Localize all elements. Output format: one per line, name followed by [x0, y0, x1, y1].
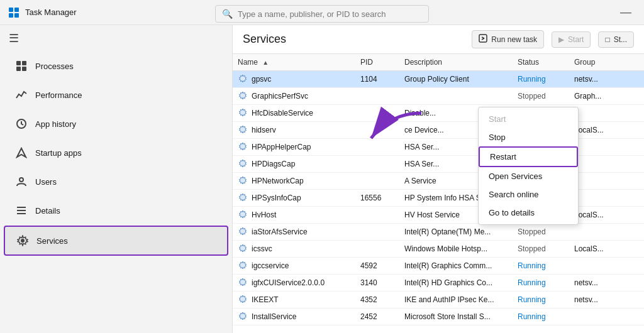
service-pid: 16556	[355, 190, 399, 207]
sidebar-item-services[interactable]: Services	[4, 226, 228, 256]
service-group	[569, 224, 644, 241]
context-menu-item[interactable]: Restart	[479, 146, 578, 167]
svg-line-16	[482, 38, 484, 40]
table-row[interactable]: HPNetworkCap A ServiceRunning	[233, 173, 644, 190]
svg-rect-5	[22, 61, 26, 65]
table-row[interactable]: igccservice 4592Intel(R) Graphics Comm..…	[233, 258, 644, 275]
service-name-cell: igfxCUIService2.0.0.0	[233, 275, 355, 292]
sidebar-item-details[interactable]: Details	[4, 197, 228, 224]
processes-label: Processes	[35, 62, 74, 71]
search-input[interactable]	[238, 9, 395, 19]
table-row[interactable]: GraphicsPerfSvc StoppedGraph...	[233, 88, 644, 105]
run-new-task-button[interactable]: Run new task	[472, 30, 544, 48]
service-pid	[355, 139, 399, 156]
main-container: ☰ Processes Performance	[0, 25, 644, 333]
service-name-cell: HfcDisableService	[233, 105, 355, 122]
details-label: Details	[35, 206, 60, 216]
service-status: Running	[513, 275, 569, 292]
context-menu: StartStopRestartOpen ServicesSearch onli…	[478, 107, 579, 225]
context-menu-item: Start	[479, 110, 578, 128]
service-status: Running	[513, 71, 569, 88]
search-box[interactable]: 🔍	[215, 5, 429, 23]
table-row[interactable]: HfcDisableService Disable...Stopped	[233, 105, 644, 122]
service-description: Intel(R) Graphics Comm...	[399, 258, 513, 275]
service-group	[569, 258, 644, 275]
service-description: Intel(R) Optane(TM) Me...	[399, 224, 513, 241]
services-title: Services	[243, 33, 464, 46]
table-row[interactable]: gpsvc 1104Group Policy ClientRunningnets…	[233, 71, 644, 88]
service-name-cell: HPNetworkCap	[233, 173, 355, 190]
service-pid	[355, 224, 399, 241]
service-group	[569, 105, 644, 122]
context-menu-item[interactable]: Open Services	[479, 167, 578, 185]
svg-rect-6	[16, 67, 21, 71]
service-name-cell: iaStorAfsService	[233, 224, 355, 241]
table-row[interactable]: InstallService 2452Microsoft Store Insta…	[233, 308, 644, 325]
context-menu-item[interactable]: Search online	[479, 185, 578, 204]
table-row[interactable]: IKEEXT 4352IKE and AuthIP IPsec Ke...Run…	[233, 292, 644, 308]
col-status[interactable]: Status	[513, 54, 569, 71]
start-button[interactable]: ▶ Start	[552, 31, 591, 48]
service-pid: 4352	[355, 292, 399, 308]
service-name-cell: HPAppHelperCap	[233, 139, 355, 156]
service-name-cell: GraphicsPerfSvc	[233, 88, 355, 105]
service-group: netsv...	[569, 275, 644, 292]
service-status: Running	[513, 308, 569, 325]
service-group: LocalS...	[569, 207, 644, 224]
col-pid[interactable]: PID	[355, 54, 399, 71]
sidebar-item-users[interactable]: Users	[4, 168, 228, 195]
app-history-icon	[15, 117, 28, 130]
service-name-cell: igccservice	[233, 258, 355, 275]
service-pid	[355, 105, 399, 122]
sort-arrow-name: ▲	[262, 59, 269, 66]
services-icon	[16, 234, 29, 247]
table-row[interactable]: hidserv ce Device...RunningLocalS...	[233, 122, 644, 139]
table-row[interactable]: HPAppHelperCap HSA Ser...Running	[233, 139, 644, 156]
table-row[interactable]: icssvc Windows Mobile Hotsp...StoppedLoc…	[233, 241, 644, 258]
service-status: Running	[513, 258, 569, 275]
service-group	[569, 190, 644, 207]
table-row[interactable]: HPSysInfoCap 16556HP System Info HSA Ser…	[233, 190, 644, 207]
search-icon: 🔍	[222, 9, 233, 19]
service-name-cell: IKEEXT	[233, 292, 355, 308]
run-new-task-icon	[479, 34, 487, 45]
service-status: Stopped	[513, 88, 569, 105]
service-group: LocalS...	[569, 241, 644, 258]
services-toolbar: Services Run new task ▶ Start □ St...	[233, 25, 644, 54]
details-icon	[15, 204, 28, 217]
svg-point-9	[19, 178, 23, 182]
sidebar-item-performance[interactable]: Performance	[4, 81, 228, 109]
sidebar-item-startup-apps[interactable]: Startup apps	[4, 139, 228, 166]
service-group	[569, 156, 644, 173]
context-menu-item[interactable]: Stop	[479, 128, 578, 146]
service-status: Stopped	[513, 224, 569, 241]
table-row[interactable]: iaStorAfsService Intel(R) Optane(TM) Me.…	[233, 224, 644, 241]
service-pid	[355, 122, 399, 139]
hamburger-menu[interactable]: ☰	[0, 25, 232, 52]
service-pid: 3140	[355, 275, 399, 292]
context-menu-item[interactable]: Go to details	[479, 204, 578, 222]
table-row[interactable]: HvHost HV Host ServiceStoppedLocalS...	[233, 207, 644, 224]
service-pid	[355, 173, 399, 190]
service-group	[569, 173, 644, 190]
services-table: Name ▲ PID Description Status Group gpsv…	[233, 54, 644, 325]
col-group[interactable]: Group	[569, 54, 644, 71]
svg-rect-1	[14, 8, 19, 12]
col-description[interactable]: Description	[399, 54, 513, 71]
service-pid	[355, 207, 399, 224]
sidebar-item-app-history[interactable]: App history	[4, 110, 228, 138]
startup-apps-label: Startup apps	[35, 148, 82, 158]
service-name-cell: HPDiagsCap	[233, 156, 355, 173]
stop-button[interactable]: □ St...	[598, 31, 634, 48]
service-group: netsv...	[569, 292, 644, 308]
table-container: Name ▲ PID Description Status Group gpsv…	[233, 54, 644, 333]
minimize-button[interactable]: —	[615, 6, 636, 19]
users-icon	[15, 175, 28, 188]
sidebar-item-processes[interactable]: Processes	[4, 52, 228, 80]
table-row[interactable]: HPDiagsCap HSA Ser...Running	[233, 156, 644, 173]
sidebar: ☰ Processes Performance	[0, 25, 233, 333]
svg-rect-0	[9, 8, 13, 12]
table-row[interactable]: igfxCUIService2.0.0.0 3140Intel(R) HD Gr…	[233, 275, 644, 292]
col-name[interactable]: Name ▲	[233, 54, 355, 71]
service-description: Windows Mobile Hotsp...	[399, 241, 513, 258]
